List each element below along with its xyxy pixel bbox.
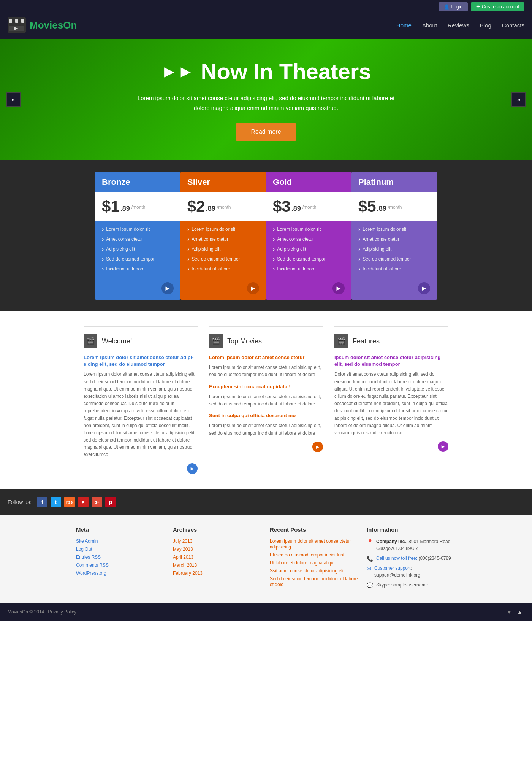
address-row: 📍 Company Inc., 8901 Marmora Road, Glasg… [367, 538, 456, 552]
hero-body: Lorem ipsum dolor sit amet conse ctetur … [137, 93, 395, 113]
phone-row: 📞 Call us now toll free: (800)2345-6789 [367, 555, 456, 562]
logo-text: MoviesOn [30, 19, 77, 31]
silver-features: Lorem ipsum dolor sit Amet conse ctetur … [180, 221, 266, 279]
meta-title: Meta [76, 526, 165, 533]
features-link[interactable]: Ipsum dolor sit amet conse ctetur adipis… [334, 354, 448, 368]
pricing-section: Bronze $1 .89 /month Lorem ipsum dolor s… [0, 160, 532, 311]
bronze-select-button[interactable]: ► [162, 282, 174, 294]
bronze-features: Lorem ipsum dolor sit Amet conse ctetur … [95, 221, 180, 279]
list-item: Sed do eiusmod tempor incididunt ut labo… [270, 576, 359, 587]
copyright: MoviesOn © 2014 . Privacy Policy [8, 609, 76, 615]
bronze-price: $1 .89 /month [95, 192, 180, 221]
list-item: Eli sed do eiusmod tempor incididunt [270, 552, 359, 558]
bronze-header: Bronze [95, 172, 180, 192]
platinum-price: $5 .89 /month [352, 192, 437, 221]
welcome-link[interactable]: Lorem ipsum dolor sit amet conse ctetur … [84, 354, 198, 368]
features-more: ► [334, 441, 448, 452]
list-item: Ut labore et dolore magna aliqu [270, 560, 359, 566]
footer-scroll-arrows: ▼ ▲ [505, 607, 524, 617]
create-account-button[interactable]: ✚ Create an account [471, 2, 524, 11]
archives-list: July 2013 May 2013 April 2013 March 2013… [173, 538, 262, 576]
social-section: Follow us: f t rss ▶ g+ p [0, 489, 532, 515]
platinum-features: Lorem ipsum dolor sit Amet conse ctetur … [352, 221, 437, 279]
location-icon: 📍 [367, 539, 373, 545]
logo[interactable]: MoviesOn [8, 17, 77, 33]
nav-about[interactable]: About [422, 22, 437, 29]
features-col: 🎬 Features Ipsum dolor sit amet conse ct… [334, 326, 448, 474]
top-movies-link2[interactable]: Excepteur sint occaecat cupidatat! [209, 383, 323, 390]
welcome-arrow-icon[interactable]: ► [187, 463, 198, 474]
footer: Meta Site Admin Log Out Entries RSS Comm… [0, 515, 532, 621]
pricing-card-bronze: Bronze $1 .89 /month Lorem ipsum dolor s… [95, 172, 180, 300]
logo-icon [8, 17, 26, 33]
play-icon: ►► [161, 62, 194, 81]
features-arrow-icon[interactable]: ► [438, 441, 448, 452]
hero-section: « ►► Now In Theaters Lorem ipsum dolor s… [0, 39, 532, 160]
facebook-icon[interactable]: f [37, 497, 48, 507]
footer-recent: Recent Posts Lorem ipsum dolor sit amet … [270, 526, 359, 591]
footer-top: Meta Site Admin Log Out Entries RSS Comm… [0, 515, 532, 603]
pricing-card-platinum: Platinum $5 .89 /month Lorem ipsum dolor… [352, 172, 437, 300]
bronze-footer: ► [95, 279, 180, 300]
welcome-col: 🎬 Welcome! Lorem ipsum dolor sit amet co… [84, 326, 198, 474]
top-movies-col: 🎬 Top Movies Lorem ipsum dolor sit amet … [209, 326, 323, 474]
platinum-footer: ► [352, 279, 437, 300]
welcome-more: ► [84, 463, 198, 474]
skype-row: 💬 Skype: sample-username [367, 582, 456, 588]
top-movies-link3[interactable]: Sunt in culpa qui officia deserunt mo [209, 412, 323, 419]
welcome-header: 🎬 Welcome! [84, 334, 198, 348]
nav-blog[interactable]: Blog [480, 22, 491, 29]
nav-home[interactable]: Home [396, 22, 412, 29]
platinum-header: Platinum [352, 172, 437, 192]
skype-text: Skype: sample-username [376, 582, 428, 588]
recent-title: Recent Posts [270, 526, 359, 533]
silver-select-button[interactable]: ► [247, 282, 259, 294]
footer-grid: Meta Site Admin Log Out Entries RSS Comm… [76, 526, 456, 591]
user-icon: 👤 [444, 4, 450, 10]
social-label: Follow us: [8, 499, 32, 505]
platinum-select-button[interactable]: ► [418, 282, 430, 294]
top-movies-body3: Lorem ipsum dolor sit amet conse ctetur … [209, 422, 323, 437]
plus-icon: ✚ [476, 4, 480, 10]
gold-select-button[interactable]: ► [332, 282, 345, 294]
login-button[interactable]: 👤 Login [439, 2, 468, 11]
twitter-icon[interactable]: t [51, 497, 61, 507]
top-movies-link1[interactable]: Lorem ipsum dolor sit amet conse ctetur [209, 354, 323, 361]
welcome-title: Welcome! [102, 337, 132, 345]
list-item: February 2013 [173, 570, 262, 576]
silver-price: $2 .89 /month [180, 192, 266, 221]
main-nav: Home About Reviews Blog Contacts [396, 22, 524, 29]
list-item: Comments RSS [76, 562, 165, 568]
pinterest-icon[interactable]: p [105, 497, 116, 507]
list-item: Ssit amet conse ctetur adipisicing elit [270, 568, 359, 574]
top-movies-body2: Lorem ipsum dolor sit amet conse ctetur … [209, 393, 323, 408]
recent-list: Lorem ipsum dolor sit amet conse ctetur … [270, 538, 359, 587]
list-item: Lorem ipsum dolor sit amet conse ctetur … [270, 538, 359, 550]
youtube-icon[interactable]: ▶ [78, 497, 89, 507]
hero-next-button[interactable]: » [511, 92, 526, 107]
address-text: Company Inc., 8901 Marmora Road, Glasgow… [376, 538, 456, 552]
hero-prev-button[interactable]: « [6, 92, 21, 107]
list-item: Site Admin [76, 538, 165, 544]
top-bar: 👤 Login ✚ Create an account [0, 0, 532, 14]
list-item: July 2013 [173, 538, 262, 544]
pricing-card-silver: Silver $2 .89 /month Lorem ipsum dolor s… [180, 172, 266, 300]
archives-title: Archives [173, 526, 262, 533]
googleplus-icon[interactable]: g+ [92, 497, 102, 507]
welcome-body: Lorem ipsum dolor sit amet conse ctetur … [84, 371, 198, 458]
hero-title: ►► Now In Theaters [161, 59, 371, 84]
top-movies-arrow-icon[interactable]: ► [312, 442, 323, 452]
info-title: Information [367, 526, 456, 533]
gold-footer: ► [266, 279, 352, 300]
nav-reviews[interactable]: Reviews [448, 22, 469, 29]
list-item: May 2013 [173, 546, 262, 552]
scroll-down-icon[interactable]: ▼ [505, 607, 514, 617]
gold-price: $3 .89 /month [266, 192, 352, 221]
read-more-button[interactable]: Read more [236, 123, 296, 141]
rss-icon[interactable]: rss [64, 497, 75, 507]
top-movies-title: Top Movies [227, 337, 262, 345]
scroll-up-icon[interactable]: ▲ [515, 607, 524, 617]
nav-contacts[interactable]: Contacts [502, 22, 524, 29]
privacy-link[interactable]: Privacy Policy [48, 609, 76, 615]
meta-list: Site Admin Log Out Entries RSS Comments … [76, 538, 165, 576]
